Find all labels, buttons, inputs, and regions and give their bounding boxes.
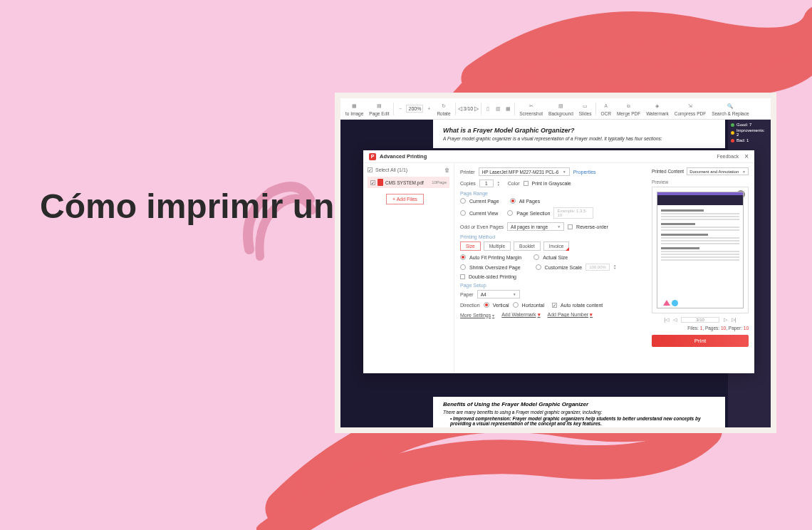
to-image-button[interactable]: ▦to Image <box>343 101 365 117</box>
double-sided-label: Double-sided Printing <box>469 274 516 279</box>
printer-select[interactable]: HP LaserJet MFP M227-M231 PCL-6▼ <box>479 167 570 176</box>
shrink-radio[interactable] <box>460 264 466 270</box>
last-page-icon[interactable]: ▷| <box>732 317 736 323</box>
watermark-button[interactable]: ◈Watermark <box>644 101 671 117</box>
trash-icon[interactable]: 🗑 <box>444 167 449 172</box>
tab-multiple[interactable]: Multiple <box>484 241 511 251</box>
properties-link[interactable]: Properties <box>573 170 596 175</box>
printed-content-label: Printed Content <box>652 169 684 174</box>
odd-even-select[interactable]: All pages in range▼ <box>507 222 564 231</box>
document-page: What is a Frayer Model Graphic Organizer… <box>433 120 725 148</box>
first-page-icon[interactable]: |◁ <box>664 317 669 323</box>
select-all-label: Select All (1/1) <box>375 167 407 172</box>
file-name: CMS SYSTEM.pdf <box>385 180 424 185</box>
auto-fit-radio[interactable] <box>460 254 466 260</box>
tab-invoice[interactable]: Invoice <box>543 241 570 251</box>
app-toolbar: ▦to Image ▤Page Edit − 200% + ↻Rotate ◁ … <box>340 98 771 120</box>
view-mode-2-icon[interactable]: ▥ <box>494 105 502 113</box>
feedback-link[interactable]: Feedback <box>717 154 739 159</box>
preview-document <box>657 192 744 308</box>
select-all-checkbox[interactable] <box>368 167 373 172</box>
printed-content-select[interactable]: Document and Annotation▼ <box>687 167 749 175</box>
file-list-panel: Select All (1/1) 🗑 CMS SYSTEM.pdf 10Page… <box>363 163 454 373</box>
merge-pdf-button[interactable]: ⧉Merge PDF <box>615 101 642 117</box>
auto-rotate-label: Auto rotate content <box>561 303 603 308</box>
print-summary: Files: 1, Pages: 10, Paper: 10 <box>652 326 749 331</box>
pdf-file-icon <box>378 179 383 186</box>
print-button[interactable]: Print <box>652 335 749 347</box>
grayscale-checkbox[interactable] <box>524 181 529 186</box>
copies-input[interactable]: 1 <box>479 180 494 187</box>
current-page-radio[interactable] <box>460 198 466 204</box>
paper-select[interactable]: A4▼ <box>477 290 520 298</box>
auto-rotate-checkbox[interactable] <box>552 303 557 308</box>
page-range-section: Page Range <box>460 191 640 196</box>
rotate-button[interactable]: ↻Rotate <box>434 101 452 117</box>
preview-page-indicator[interactable]: 3/10 <box>681 317 719 323</box>
file-list-item[interactable]: CMS SYSTEM.pdf 10Page <box>368 177 449 188</box>
prev-preview-icon[interactable]: ◁ <box>673 317 677 323</box>
preview-panel: Printed Content Document and Annotation▼… <box>646 163 754 373</box>
scale-spinner[interactable]: ▲▼ <box>613 264 616 270</box>
add-files-button[interactable]: + Add Files <box>386 194 424 204</box>
reverse-order-label: Reverse-order <box>576 224 608 229</box>
view-mode-3-icon[interactable]: ▦ <box>504 105 512 113</box>
printing-method-section: Printing Method <box>460 234 640 239</box>
double-sided-checkbox[interactable] <box>460 274 465 279</box>
preview-pager: |◁ ◁ 3/10 ▷ ▷| <box>652 317 749 323</box>
next-page-icon[interactable]: ▷ <box>474 105 479 112</box>
zoom-out-icon[interactable]: − <box>396 105 405 113</box>
slides-button[interactable]: ▭Slides <box>577 101 594 117</box>
prev-page-icon[interactable]: ◁ <box>458 105 462 112</box>
file-checkbox[interactable] <box>370 180 375 185</box>
vertical-radio[interactable] <box>484 302 489 308</box>
document-page-bottom: Benefits of Using the Frayer Model Graph… <box>433 397 725 427</box>
odd-even-label: Odd or Even Pages <box>460 224 504 229</box>
background-button[interactable]: ▨Background <box>546 101 576 117</box>
advanced-printing-dialog: P Advanced Printing Feedback × Select Al… <box>363 150 754 373</box>
add-page-number-link[interactable]: Add Page Number▾ <box>548 312 593 318</box>
page-selection-input[interactable]: Example: 1,3,5-10 <box>553 207 593 219</box>
view-mode-1-icon[interactable]: ▯ <box>484 105 492 113</box>
tab-booklet[interactable]: Booklet <box>514 241 541 251</box>
bad-dot-icon <box>731 139 734 142</box>
preview-container <box>652 187 749 313</box>
page-setup-section: Page Setup <box>460 283 640 288</box>
ocr-button[interactable]: AOCR <box>598 101 613 117</box>
search-replace-button[interactable]: 🔍Search & Replace <box>709 101 751 117</box>
color-label: Color <box>508 181 520 186</box>
copies-spinner[interactable]: ▲▼ <box>497 181 500 187</box>
file-page-count: 10Page <box>432 180 447 185</box>
add-watermark-link[interactable]: Add Watermark▾ <box>501 312 540 318</box>
page-selection-radio[interactable] <box>507 210 513 216</box>
page-indicator[interactable]: 3/10 <box>464 106 474 111</box>
print-settings-panel: Printer HP LaserJet MFP M227-M231 PCL-6▼… <box>454 163 646 373</box>
customize-scale-radio[interactable] <box>536 264 541 270</box>
close-icon[interactable]: × <box>744 152 749 160</box>
page-edit-button[interactable]: ▤Page Edit <box>367 101 391 117</box>
doc-bullet: • Improved comprehension: Frayer model g… <box>450 416 715 426</box>
horizontal-radio[interactable] <box>513 302 519 308</box>
screenshot-button[interactable]: ✂Screenshot <box>517 101 545 117</box>
doc-bottom-heading: Benefits of Using the Frayer Model Graph… <box>443 401 715 407</box>
improvements-dot-icon <box>731 131 734 135</box>
compress-pdf-button[interactable]: ⇲Compress PDF <box>672 101 708 117</box>
dialog-title: Advanced Printing <box>380 153 717 160</box>
next-preview-icon[interactable]: ▷ <box>724 317 727 323</box>
actual-size-radio[interactable] <box>533 254 539 260</box>
current-view-radio[interactable] <box>460 210 466 216</box>
zoom-in-icon[interactable]: + <box>425 105 433 113</box>
document-subtitle: A Frayer model graphic organizer is a vi… <box>443 136 715 141</box>
app-logo-icon: P <box>369 153 376 160</box>
preview-label: Preview <box>652 180 749 185</box>
tab-size[interactable]: Size <box>460 241 481 251</box>
zoom-value[interactable]: 200% <box>406 105 423 113</box>
scale-input[interactable]: 100.00% <box>585 264 610 271</box>
more-settings-link[interactable]: More Settings▾ <box>460 313 494 318</box>
good-dot-icon <box>731 123 734 127</box>
reverse-order-checkbox[interactable] <box>568 224 573 229</box>
doc-bottom-text: There are many benefits to using a Fraye… <box>443 410 715 415</box>
all-pages-radio[interactable] <box>510 198 516 204</box>
direction-label: Direction <box>460 303 480 308</box>
paper-label: Paper <box>460 292 474 297</box>
